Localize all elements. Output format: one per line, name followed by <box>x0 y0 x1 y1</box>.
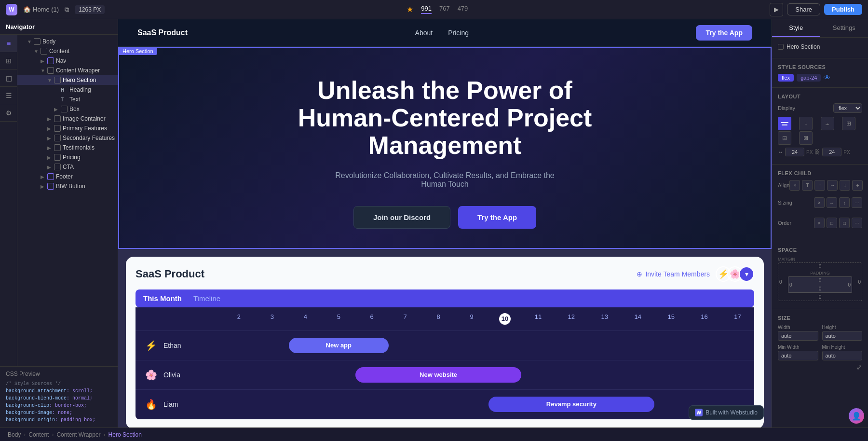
gap-y-input[interactable] <box>822 148 841 156</box>
breadcrumb-body[interactable]: Body <box>8 431 21 438</box>
nav-item-hero-section[interactable]: ▼ Hero Section <box>17 75 118 85</box>
preview-nav: SaaS Product About Pricing Try the App <box>118 19 772 47</box>
home-tab[interactable]: 🏠 Home (1) <box>23 6 59 13</box>
nav-cta-button[interactable]: Try the App <box>696 25 752 41</box>
try-app-button[interactable]: Try the App <box>458 206 536 229</box>
margin-box: 0 0 0 0 PADDING 0 0 0 0 <box>778 262 862 301</box>
nav-item-text[interactable]: T Text <box>17 95 118 104</box>
pages-icon[interactable]: ☰ <box>0 87 17 104</box>
width-input[interactable] <box>778 331 818 341</box>
nav-item-pricing[interactable]: ▶ Pricing <box>17 152 118 162</box>
expand-arrow: ▶ <box>41 174 45 179</box>
discord-button[interactable]: Join our Discord <box>353 206 450 229</box>
share-button[interactable]: Share <box>787 3 820 15</box>
breakpoint-991[interactable]: 991 <box>421 5 432 14</box>
timeline-header-row: 2 3 4 5 6 7 8 9 10 11 12 13 14 15 <box>136 307 754 331</box>
task-revamp-security[interactable]: Revamp security <box>488 397 655 412</box>
star-icon[interactable]: ★ <box>407 5 413 14</box>
align-up-btn[interactable]: ↑ <box>814 180 825 191</box>
nav-item-content-wrapper[interactable]: ▼ Content Wrapper <box>17 66 118 75</box>
hero-section-check[interactable]: Hero Section <box>778 43 862 50</box>
align-down-btn[interactable]: ↓ <box>840 180 850 191</box>
nav-item-content[interactable]: ▼ Content <box>17 46 118 56</box>
tab-this-month[interactable]: This Month <box>143 294 182 303</box>
sizing-x-btn[interactable]: × <box>814 197 825 208</box>
breakpoint-767[interactable]: 767 <box>439 5 450 14</box>
source-flex[interactable]: flex <box>778 74 794 82</box>
eye-icon[interactable]: 👁 <box>824 74 830 82</box>
header-day-15: 15 <box>654 307 688 331</box>
expand-icon[interactable]: ⤢ <box>856 363 862 371</box>
nav-item-secondary-features[interactable]: ▶ Secondary Features <box>17 133 118 143</box>
nav-item-body[interactable]: ▼ Body <box>17 37 118 46</box>
sizing-v-btn[interactable]: ↕ <box>839 197 850 208</box>
nav-item-testimonials[interactable]: ▶ Testimonials <box>17 143 118 152</box>
box-icon <box>41 48 47 55</box>
breadcrumb-content[interactable]: Content <box>28 431 49 438</box>
order-1-btn[interactable]: □ <box>827 218 837 228</box>
preview-nav-logo: SaaS Product <box>137 28 188 37</box>
height-input[interactable] <box>822 331 863 341</box>
nav-item-cta[interactable]: ▶ CTA <box>17 162 118 172</box>
nav-item-footer[interactable]: ▶ Footer <box>17 172 118 181</box>
checkbox-icon[interactable] <box>778 44 784 50</box>
nav-link-pricing[interactable]: Pricing <box>448 29 469 37</box>
padding-top-val: 0 <box>819 278 822 283</box>
tab-timeline[interactable]: Timeline <box>193 294 220 303</box>
nav-item-primary-features[interactable]: ▶ Primary Features <box>17 124 118 133</box>
order-x-btn[interactable]: × <box>814 218 825 228</box>
breadcrumb-content-wrapper[interactable]: Content Wrapper <box>56 431 100 438</box>
flex-align-center-icon[interactable]: ⊞ <box>842 117 855 130</box>
app-preview-header: SaaS Product ⊕ Invite Team Members ⚡ 🌸 ▾ <box>136 266 754 282</box>
flex-columns-icon[interactable]: ⫠ <box>821 117 834 130</box>
source-gap-24[interactable]: gap-24 <box>797 74 821 82</box>
components-icon[interactable]: ⊞ <box>0 52 17 69</box>
gap-x-input[interactable] <box>785 148 804 156</box>
tab-settings[interactable]: Settings <box>820 19 868 37</box>
order-more-btn[interactable]: ⋯ <box>852 218 862 228</box>
invite-button[interactable]: ⊕ Invite Team Members <box>637 270 710 278</box>
assets-icon[interactable]: ◫ <box>0 69 17 87</box>
task-new-app[interactable]: New app <box>289 338 389 353</box>
nav-item-heading[interactable]: H Heading <box>17 85 118 95</box>
header-day-4: 4 <box>289 307 322 331</box>
nav-item-box[interactable]: ▶ Box <box>17 104 118 114</box>
flex-down-icon[interactable]: ↓ <box>799 117 813 130</box>
breakpoint-479[interactable]: 479 <box>458 5 468 14</box>
sizing-h-btn[interactable]: ↔ <box>827 197 837 208</box>
sizing-more-btn[interactable]: ⋯ <box>852 197 862 208</box>
nav-item-nav[interactable]: ▶ Nav <box>17 56 118 66</box>
flex-row-icon[interactable] <box>778 117 791 130</box>
publish-button[interactable]: Publish <box>824 4 862 15</box>
text-icon: T <box>61 97 68 102</box>
user-avatar-btn[interactable]: 👤 <box>849 408 864 424</box>
align-right-btn[interactable]: → <box>827 180 838 191</box>
flex-space-icon[interactable]: ⊠ <box>799 131 813 145</box>
min-width-input[interactable] <box>778 351 818 360</box>
align-t-btn[interactable]: T <box>802 180 813 191</box>
display-select[interactable]: flex block grid <box>833 103 862 113</box>
breadcrumb-hero-section[interactable]: Hero Section <box>108 431 142 438</box>
duplicate-icon[interactable]: ⧉ <box>65 6 69 14</box>
align-plus-btn[interactable]: + <box>852 180 863 191</box>
align-x-btn[interactable]: × <box>789 180 800 191</box>
align-label: Align <box>778 182 789 188</box>
chain-icon[interactable]: ⛓ <box>814 149 820 155</box>
avatar-toggle[interactable]: ▾ <box>739 266 754 282</box>
settings-icon[interactable]: ⚙ <box>0 104 17 122</box>
ws-badge[interactable]: W Built with Webstudio <box>689 405 764 420</box>
task-new-website[interactable]: New website <box>355 367 522 383</box>
olivia-cells: New website <box>222 360 754 389</box>
flex-direction-grid: ↓ ⫠ ⊞ ⊟ ⊠ <box>778 117 862 145</box>
preview-button[interactable]: ▶ <box>770 3 783 16</box>
nav-item-biw-button[interactable]: ▶ BIW Button <box>17 181 118 191</box>
nav-item-image-container[interactable]: ▶ Image Container <box>17 114 118 124</box>
flex-distribute-icon[interactable]: ⊟ <box>778 131 791 145</box>
nav-link-about[interactable]: About <box>415 29 433 37</box>
order-2-btn[interactable]: □ <box>839 218 850 228</box>
min-height-input[interactable] <box>822 351 863 360</box>
layers-icon[interactable]: ≡ <box>0 35 17 52</box>
tab-style[interactable]: Style <box>772 19 820 37</box>
expand-size-btn[interactable]: ⤢ <box>778 363 862 371</box>
align-buttons: × T ↑ → ↓ + <box>789 180 863 191</box>
